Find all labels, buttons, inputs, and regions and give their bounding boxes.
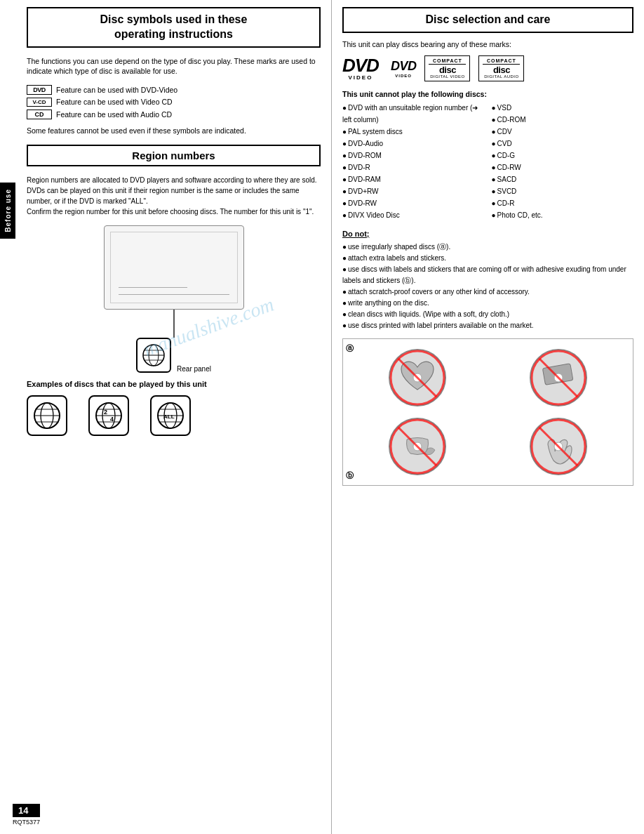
device-and-label: Rear panel	[136, 338, 211, 373]
example-globe-2: 2 4	[88, 395, 129, 436]
feature-vcd-text: Feature can be used with Video CD	[56, 98, 173, 106]
connector-line	[173, 310, 175, 338]
disc-cell-a2	[491, 346, 626, 409]
cannot-play-right-9: Photo CD, etc.	[492, 209, 634, 221]
do-not-0: use irregularly shaped discs (ⓐ).	[342, 241, 633, 253]
region-text: Region numbers are allocated to DVD play…	[27, 175, 321, 217]
rear-panel-label: Rear panel	[177, 365, 211, 373]
do-not-4: write anything on the disc.	[342, 298, 633, 309]
vcd-badge: V-CD	[27, 98, 52, 107]
disc-sub-label-2: DIGITAL AUDIO	[483, 74, 520, 79]
cannot-play-item-3: DVD-ROM	[342, 150, 485, 161]
do-not-6: use discs printed with label printers av…	[342, 320, 633, 331]
page-number: 14	[13, 804, 40, 817]
cannot-play-right-5: CD-RW	[492, 161, 634, 173]
svg-text:ALL: ALL	[163, 413, 175, 420]
example-globe-1	[27, 395, 67, 436]
logo-dvd-video: DVD VIDEO	[342, 56, 379, 81]
label-a: ⓐ	[346, 343, 354, 354]
some-features-note: Some features cannot be used even if the…	[27, 126, 321, 135]
region-box-title: Region numbers	[35, 150, 312, 161]
dvd-video-sub: VIDEO	[349, 74, 373, 81]
svg-text:2: 2	[104, 409, 107, 416]
logos-row: DVD VIDEO DVD VIDEO COMPACT disc DIGITAL…	[342, 55, 633, 81]
feature-vcd: V-CD Feature can be used with Video CD	[27, 98, 321, 107]
do-not-2: use discs with labels and stickers that …	[342, 264, 633, 286]
left-section-header: Disc symbols used in these operating ins…	[27, 7, 321, 48]
region-box: Region numbers	[27, 145, 321, 166]
disc-cell-b1	[350, 415, 485, 478]
page-code: RQT5377	[13, 819, 40, 826]
disc-label: disc	[429, 65, 466, 74]
dvd-big-text: DVD	[342, 56, 379, 74]
device-box-inner	[110, 232, 238, 303]
disc-cell-b2	[491, 415, 626, 478]
cannot-play-right: VSD CD-ROM CDV CVD CD-G CD-RW SACD SVCD …	[492, 102, 634, 221]
compact-label-2: COMPACT	[483, 58, 520, 65]
cannot-play-item-5: DVD-RAM	[342, 173, 485, 185]
disc-cell-a1	[350, 346, 485, 409]
cannot-play-right-7: SVCD	[492, 185, 634, 197]
disc-sub-label: DIGITAL VIDEO	[429, 74, 466, 79]
cannot-play-right-8: CD-R	[492, 197, 634, 209]
cannot-play-right-4: CD-G	[492, 150, 634, 161]
device-illustration	[104, 225, 244, 310]
cannot-play-item-8: DIVX Video Disc	[342, 209, 485, 221]
cannot-play-item-2: DVD-Audio	[342, 138, 485, 150]
do-not-list: use irregularly shaped discs (ⓐ). attach…	[342, 241, 633, 331]
logo-compact-disc-audio: COMPACT disc DIGITAL AUDIO	[478, 55, 524, 81]
do-not-3: attach scratch-proof covers or any other…	[342, 286, 633, 298]
do-not-1: attach extra labels and stickers.	[342, 253, 633, 264]
left-column: Disc symbols used in these operating ins…	[20, 0, 332, 834]
feature-list: DVD Feature can be used with DVD-Video V…	[27, 85, 321, 119]
dvd-badge: DVD	[27, 85, 52, 95]
feature-dvd-text: Feature can be used with DVD-Video	[56, 86, 177, 94]
page-number-area: 14 RQT5377	[13, 804, 40, 826]
globe-icon-rear	[136, 338, 171, 373]
cannot-play-right-0: VSD	[492, 102, 634, 114]
feature-cd: CD Feature can be used with Audio CD	[27, 110, 321, 119]
device-area: Rear panel	[27, 225, 321, 373]
do-not-title: Do not;	[342, 230, 633, 238]
compact-label: COMPACT	[429, 58, 466, 65]
cannot-play-right-2: CDV	[492, 126, 634, 138]
sidebar-label: Before use	[4, 189, 12, 232]
irregular-disc-svg	[386, 346, 449, 409]
examples-title: Examples of discs that can be played by …	[27, 380, 321, 388]
example-globe-svg-1	[32, 400, 62, 431]
feature-cd-text: Feature can be used with Audio CD	[56, 110, 172, 119]
can-play-text: This unit can play discs bearing any of …	[342, 40, 633, 48]
logo-compact-disc-video: COMPACT disc DIGITAL VIDEO	[424, 55, 470, 81]
sidebar-before-use: Before use	[0, 183, 15, 239]
example-globe-3: ALL	[150, 395, 191, 436]
feature-dvd: DVD Feature can be used with DVD-Video	[27, 85, 321, 95]
adhesive-disc-svg	[386, 415, 449, 478]
examples-row: 2 4 ALL	[27, 395, 321, 436]
cannot-play-item-6: DVD+RW	[342, 185, 485, 197]
cannot-play-item-4: DVD-R	[342, 161, 485, 173]
cannot-play-right-3: CVD	[492, 138, 634, 150]
hand-disc-svg	[527, 415, 590, 478]
cannot-play-item-7: DVD-RW	[342, 197, 485, 209]
logo-dvd2: DVD VIDEO	[391, 59, 417, 78]
right-header-title: Disc selection and care	[351, 13, 625, 27]
globe-svg	[142, 343, 166, 367]
right-column: Disc selection and care This unit can pl…	[332, 0, 644, 834]
cannot-play-title: This unit cannot play the following disc…	[342, 90, 633, 98]
cannot-play-item-1: PAL system discs	[342, 126, 485, 138]
cannot-play-left: DVD with an unsuitable region number (➜ …	[342, 102, 485, 221]
do-not-5: clean discs with liquids. (Wipe with a s…	[342, 309, 633, 320]
cannot-play-right-6: SACD	[492, 173, 634, 185]
dvd2-sub: VIDEO	[395, 74, 412, 78]
cd-badge: CD	[27, 110, 52, 119]
page: Before use Disc symbols used in these op…	[0, 0, 644, 834]
cannot-play-list: DVD with an unsuitable region number (➜ …	[342, 102, 633, 221]
cannot-play-item-0: DVD with an unsuitable region number (➜ …	[342, 102, 485, 126]
dvd2-text: DVD	[391, 59, 417, 74]
svg-text:4: 4	[110, 416, 114, 423]
intro-text: The functions you can use depend on the …	[27, 56, 321, 77]
disc-label-2: disc	[483, 65, 520, 74]
cannot-play-right-1: CD-ROM	[492, 114, 634, 126]
example-globe-svg-3: ALL	[155, 400, 186, 431]
example-globe-svg-2: 2 4	[93, 400, 124, 431]
